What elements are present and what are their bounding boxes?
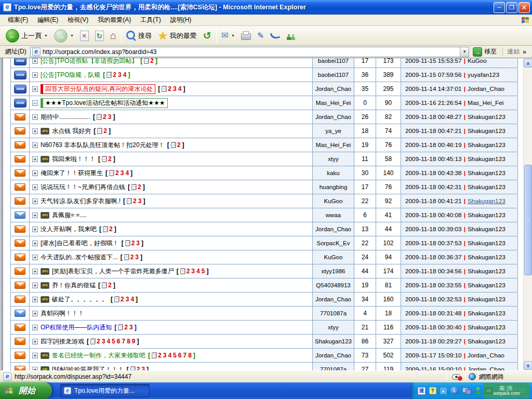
address-dropdown-icon[interactable]: ▼ <box>460 47 469 57</box>
messenger-button[interactable] <box>267 28 283 44</box>
scroll-up-icon[interactable]: ∧ <box>524 59 532 68</box>
expand-toggle[interactable]: + <box>32 156 38 162</box>
topic-title-link[interactable]: 签名已经统一制作，大家来领取吧 <box>52 351 145 360</box>
topic-title-link[interactable]: N60763 非本队队员狂顶老帖！扣20元处理！ <box>41 141 165 150</box>
author-link[interactable]: Mas_Hei_Fei <box>316 142 351 148</box>
tray-msnback-icon[interactable] <box>450 387 459 395</box>
author-link[interactable]: Jordan_Chao <box>315 296 351 302</box>
topic-title-link[interactable]: [灌水]自己看看吧，好假哦！ <box>41 239 119 248</box>
tray-collapse-icon[interactable] <box>440 388 447 394</box>
expand-toggle[interactable]: + <box>32 297 38 302</box>
page-number-link[interactable]: 7 <box>183 352 187 359</box>
expand-toggle[interactable]: + <box>32 255 38 260</box>
page-number-link[interactable]: 2 <box>158 352 162 359</box>
expand-toggle[interactable]: + <box>32 72 38 78</box>
page-number-link[interactable]: 2 <box>97 338 100 345</box>
last-poster-link[interactable]: Jordan_Chao <box>468 366 504 370</box>
author-link[interactable]: huangbing <box>320 184 348 190</box>
tray-help-icon[interactable] <box>429 387 436 394</box>
page-number-link[interactable]: 3 <box>129 324 133 331</box>
author-link[interactable]: baobei1107 <box>318 72 349 78</box>
last-poster-link[interactable]: Shakugan123 <box>468 169 506 177</box>
dropdown-caret-icon[interactable]: ▼ <box>70 34 74 37</box>
page-number-link[interactable]: 4 <box>123 71 127 78</box>
menu-tools[interactable]: 工具(T) <box>136 16 165 24</box>
edit-button[interactable] <box>254 28 267 44</box>
mail-button[interactable]: ▼ <box>218 28 238 44</box>
menu-help[interactable]: 說明(H) <box>166 16 196 24</box>
page-number-link[interactable]: 3 <box>135 254 139 261</box>
print-button[interactable] <box>238 28 254 44</box>
author-link[interactable]: SorpacK_Ev <box>317 240 350 246</box>
menu-favorites[interactable]: 我的最愛(A) <box>93 16 136 24</box>
expand-toggle[interactable]: + <box>32 142 38 148</box>
last-poster-link[interactable]: Jordan_Chao <box>468 352 504 359</box>
home-button[interactable] <box>107 28 119 44</box>
privacy-report-panel[interactable] <box>447 374 465 380</box>
author-link[interactable]: 7701087a <box>320 310 347 316</box>
page-number-link[interactable]: 5 <box>112 338 115 345</box>
stop-button[interactable] <box>77 28 92 44</box>
last-poster-link[interactable]: Shakugan123 <box>468 197 506 205</box>
last-poster-link[interactable]: Shakugan123 <box>468 254 506 261</box>
author-link[interactable]: Mas_Hei_Fei <box>316 100 351 106</box>
forward-button[interactable]: ▼ <box>51 28 77 44</box>
author-link[interactable]: KuGoo <box>324 198 343 204</box>
expand-toggle[interactable]: + <box>32 353 38 358</box>
expand-toggle[interactable]: + <box>32 325 38 330</box>
back-button[interactable]: 上一頁▼ <box>3 28 51 44</box>
page-number-link[interactable]: 4 <box>178 85 182 92</box>
page-number-link[interactable]: 2 <box>103 113 107 121</box>
page-number-link[interactable]: 6 <box>117 338 121 345</box>
topic-title-link[interactable]: ★★★Tpo.love活动纪念帖和活动通知★★★ <box>41 98 168 108</box>
page-number-link[interactable]: 4 <box>125 169 129 177</box>
author-link[interactable]: ya_ye <box>325 128 341 134</box>
expand-toggle[interactable]: + <box>32 114 38 120</box>
page-number-link[interactable]: 3 <box>136 240 140 247</box>
page-number-link[interactable]: 2 <box>137 366 140 370</box>
topic-title-link[interactable]: 回答大部分队员的疑问,再问的灌水论处 <box>41 84 155 94</box>
topic-title-link[interactable]: 真郁闷啊！！！ <box>41 309 84 318</box>
people-button[interactable] <box>283 28 299 44</box>
go-button[interactable]: → 移至 <box>469 47 500 57</box>
last-poster-link[interactable]: Shakugan123 <box>468 141 506 149</box>
last-poster-link[interactable]: Mas_Hei_Fei <box>468 99 504 107</box>
page-number-link[interactable]: 9 <box>132 338 136 345</box>
page-number-link[interactable]: 3 <box>121 169 124 177</box>
author-link[interactable]: Jordan_Chao <box>315 352 351 358</box>
page-number-link[interactable]: 4 <box>168 352 171 359</box>
topic-title-link[interactable]: 天气转凉.队友们多穿衣服啊.! <box>41 197 121 206</box>
last-poster-link[interactable]: Shakugan123 <box>468 338 506 345</box>
author-link[interactable]: Shakugan123 <box>315 338 352 344</box>
vertical-scrollbar[interactable]: ∧ ∨ <box>523 58 532 370</box>
author-link[interactable]: 7701087a <box>320 366 347 370</box>
author-link[interactable]: Jordan_Chao <box>315 86 351 92</box>
topic-title-link[interactable]: 期待中.................. <box>41 113 90 122</box>
last-poster-link[interactable]: Shakugan123 <box>468 225 506 233</box>
page-number-link[interactable]: 5 <box>173 352 177 359</box>
restore-button[interactable]: ❐ <box>506 2 517 13</box>
last-poster-link[interactable]: Shakugan123 <box>468 155 506 163</box>
last-poster-link[interactable]: Shakugan123 <box>468 240 506 247</box>
topic-title-link[interactable]: 四字詞接龙游戏 <box>41 337 84 346</box>
page-number-link[interactable]: 8 <box>127 338 130 345</box>
tray-network-icon[interactable] <box>462 388 471 394</box>
last-poster-link[interactable]: Shakugan123 <box>468 127 506 135</box>
author-link[interactable]: Q540348913 <box>316 282 351 288</box>
expand-toggle[interactable]: + <box>32 339 38 344</box>
favorites-button[interactable]: 我的最愛 <box>155 28 200 44</box>
page-number-link[interactable]: 3 <box>126 296 129 303</box>
page-number-link[interactable]: 7 <box>122 338 125 345</box>
close-button[interactable]: ✕ <box>518 2 530 13</box>
expand-toggle[interactable]: − <box>32 100 38 106</box>
last-poster-link[interactable]: KuGoo <box>468 58 487 64</box>
page-number-link[interactable]: 5 <box>202 268 205 275</box>
page-number-link[interactable]: 2 <box>177 141 181 149</box>
topic-title-link[interactable]: 真佩服= =.... <box>52 211 87 220</box>
scroll-down-icon[interactable]: ∨ <box>524 361 532 370</box>
page-number-link[interactable]: 3 <box>138 197 142 205</box>
expand-toggle[interactable]: + <box>32 283 38 288</box>
page-number-link[interactable]: 2 <box>121 296 124 303</box>
links-chevron-icon[interactable]: » <box>523 48 526 56</box>
topic-title-link[interactable]: 水点钱 我好穷 <box>52 127 91 136</box>
